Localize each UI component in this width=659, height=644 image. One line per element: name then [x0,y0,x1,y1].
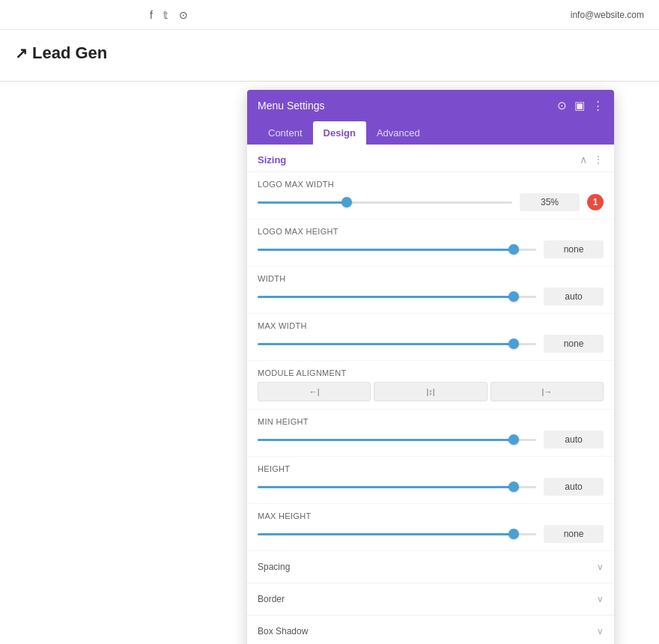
min-height-field: Min Height [247,410,614,457]
align-center-button[interactable]: |↕| [374,382,487,401]
height-value[interactable] [544,478,604,496]
target-icon[interactable]: ⊙ [557,99,567,112]
logo-max-height-label: Logo Max Height [258,227,604,236]
width-controls [258,288,604,306]
sizing-section-header: Sizing ∧ ⋮ [247,145,614,172]
section-more-icon[interactable]: ⋮ [593,154,604,165]
layout-icon[interactable]: ▣ [574,99,585,112]
logo-max-width-label: Logo Max Width [258,180,604,189]
min-height-label: Min Height [258,417,604,426]
logo-max-height-field: Logo Max Height [247,219,614,267]
max-width-controls [258,335,604,353]
max-height-controls [258,525,604,543]
max-width-value[interactable] [544,335,604,353]
panel-tabs: Content Design Advanced [247,121,614,145]
logo-max-width-field: Logo Max Width 1 [247,172,614,219]
width-field: Width [247,267,614,314]
alignment-buttons: ←| |↕| |→ [258,382,604,401]
tab-content[interactable]: Content [258,121,313,145]
panel-header: Menu Settings ⊙ ▣ ⋮ [247,90,614,121]
min-height-value[interactable] [544,431,604,449]
logo-max-width-slider[interactable] [258,201,512,204]
max-width-field: Max Width [247,314,614,361]
twitter-icon[interactable]: 𝕥 [163,9,168,21]
collapse-icon[interactable]: ∧ [580,154,587,165]
height-field: Height [247,457,614,504]
width-value[interactable] [544,288,604,306]
arrow-icon: ↗ [15,44,28,62]
panel-body: Sizing ∧ ⋮ Logo Max Width 1 [247,145,614,644]
height-slider[interactable] [258,486,536,488]
page-divider [0,81,659,82]
notification-badge: 1 [587,194,604,210]
social-icons: f 𝕥 ⊙ [0,9,188,21]
spacing-label: Spacing [258,562,290,572]
spacing-chevron-icon: ∨ [597,562,604,572]
logo-text: Lead Gen [32,43,107,63]
sizing-title: Sizing [258,154,286,165]
width-slider[interactable] [258,296,536,298]
border-chevron-icon: ∨ [597,594,604,604]
tab-advanced[interactable]: Advanced [366,121,431,145]
max-height-value[interactable] [544,525,604,543]
box-shadow-label: Box Shadow [258,626,308,637]
align-left-button[interactable]: ←| [258,382,371,401]
min-height-controls [258,431,604,449]
logo-max-width-controls: 1 [258,193,604,211]
spacing-section[interactable]: Spacing ∨ [247,551,614,583]
border-label: Border [258,594,285,604]
menu-settings-panel: Menu Settings ⊙ ▣ ⋮ Content Design Advan… [247,90,614,644]
height-label: Height [258,464,604,473]
page-background: ↗ Lead Gen Menu Settings ⊙ ▣ ⋮ Content D… [0,30,659,644]
max-height-field: Max Height [247,504,614,551]
max-width-label: Max Width [258,321,604,330]
module-alignment-field: Module Alignment ←| |↕| |→ [247,361,614,410]
instagram-icon[interactable]: ⊙ [179,9,188,21]
box-shadow-section[interactable]: Box Shadow ∨ [247,616,614,644]
section-icons: ∧ ⋮ [580,154,604,165]
facebook-icon[interactable]: f [150,9,153,21]
logo-max-height-value[interactable] [544,240,604,258]
max-height-slider[interactable] [258,533,536,535]
align-right-button[interactable]: |→ [491,382,604,401]
module-alignment-controls: ←| |↕| |→ [258,382,604,401]
lead-gen-logo: ↗ Lead Gen [15,43,107,63]
box-shadow-chevron-icon: ∨ [597,626,604,637]
panel-header-icons: ⊙ ▣ ⋮ [557,99,604,112]
logo-max-height-slider[interactable] [258,249,536,251]
top-bar: f 𝕥 ⊙ info@website.com [0,0,659,30]
height-controls [258,478,604,496]
module-alignment-label: Module Alignment [258,368,604,377]
panel-title: Menu Settings [258,100,325,112]
logo-max-width-value[interactable] [520,193,580,211]
max-height-label: Max Height [258,511,604,520]
min-height-slider[interactable] [258,439,536,441]
logo-max-height-controls [258,240,604,258]
tab-design[interactable]: Design [313,121,366,145]
email-text: info@website.com [571,10,659,20]
border-section[interactable]: Border ∨ [247,583,614,616]
max-width-slider[interactable] [258,343,536,345]
width-label: Width [258,274,604,283]
more-icon[interactable]: ⋮ [592,99,604,112]
